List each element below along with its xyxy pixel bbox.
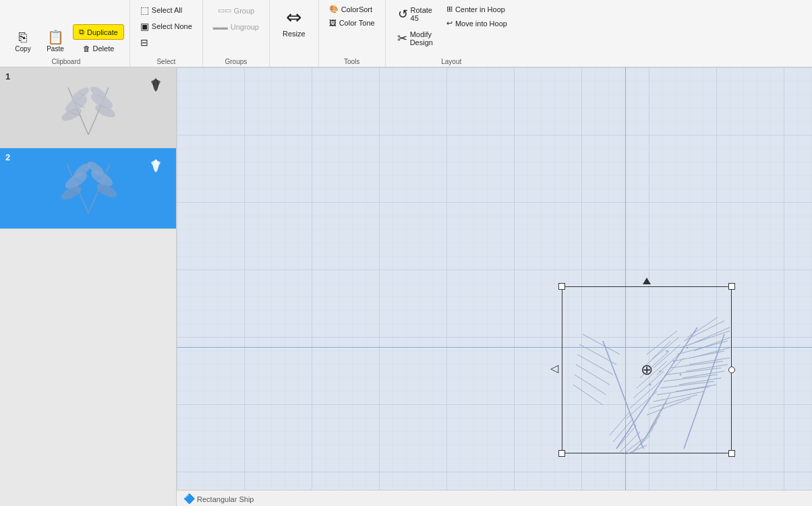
resize-button[interactable]: ⇔ Resize	[275, 3, 313, 51]
color-tone-button[interactable]: 🖼 Color Tone	[324, 17, 380, 29]
select-all-icon: ⬚	[140, 5, 149, 15]
svg-line-42	[689, 358, 730, 365]
main-area: 1	[0, 67, 812, 506]
svg-line-36	[650, 395, 697, 408]
shrink-icon: ⊟	[140, 37, 148, 48]
svg-line-59	[650, 393, 670, 429]
groups-group: ▭▭ Group ▬▬ Ungroup Groups	[203, 0, 270, 67]
status-text: 🔷 Rectangular Ship	[183, 493, 254, 504]
svg-line-62	[577, 354, 613, 375]
svg-line-61	[579, 344, 616, 365]
svg-line-76	[660, 358, 684, 381]
svg-line-56	[640, 415, 660, 445]
ungroup-button[interactable]: ▬▬ Ungroup	[208, 20, 264, 34]
resize-icon: ⇔	[286, 6, 301, 28]
embroidery-preview-1	[41, 74, 136, 141]
svg-line-31	[667, 368, 721, 375]
svg-line-44	[683, 371, 724, 378]
svg-point-80	[680, 374, 681, 375]
rotate-45-button[interactable]: ↺ Rotate 45	[391, 3, 439, 26]
svg-line-63	[576, 365, 610, 385]
handle-top-left[interactable]	[558, 283, 565, 290]
design-item-2[interactable]: 2	[0, 148, 176, 229]
rotate-icon: ↺	[398, 7, 408, 22]
svg-line-34	[657, 387, 709, 395]
handle-top-right[interactable]	[728, 283, 735, 290]
svg-line-70	[630, 381, 660, 408]
select-none-button[interactable]: ▣ Select None	[136, 19, 197, 34]
copy-icon: ⎘	[19, 30, 27, 44]
select-group: ⬚ Select All ▣ Select None ⊟ Select	[130, 0, 203, 67]
canvas-area[interactable]: ◁ ⊕	[177, 67, 812, 506]
canvas-design-container: ◁ ⊕	[551, 276, 740, 458]
sidebar: 1	[0, 67, 177, 506]
design-item-1[interactable]: 1	[0, 67, 176, 148]
duplicate-icon: ⧉	[79, 28, 84, 36]
svg-line-74	[654, 344, 680, 368]
select-none-icon: ▣	[140, 21, 149, 32]
svg-point-77	[666, 350, 668, 352]
modify-design-button[interactable]: ✂ Modify Design	[391, 27, 439, 50]
modify-icon: ✂	[397, 31, 407, 46]
selection-box: ◁ ⊕	[562, 286, 732, 453]
svg-line-47	[610, 412, 630, 435]
svg-point-78	[673, 360, 674, 362]
status-icon: 🔷	[183, 493, 195, 504]
color-tone-icon: 🖼	[329, 19, 337, 27]
handle-left-arrow[interactable]: ◁	[550, 362, 558, 375]
svg-point-82	[687, 347, 688, 348]
group-button[interactable]: ▭▭ Group	[213, 3, 260, 18]
svg-line-58	[647, 400, 667, 435]
svg-line-23	[616, 327, 697, 449]
ungroup-icon: ▬▬	[213, 23, 228, 31]
svg-line-71	[627, 391, 657, 418]
handle-bottom-left[interactable]	[558, 450, 565, 457]
svg-line-43	[686, 365, 728, 371]
svg-line-60	[583, 334, 620, 354]
color-sort-button[interactable]: 🎨 ColorSort	[324, 3, 380, 15]
delete-icon: 🗑	[83, 44, 90, 53]
shrink-select-button[interactable]: ⊟	[136, 35, 197, 50]
layout-group: ↺ Rotate 45 ✂ Modify Design ⊞ Center in …	[386, 0, 517, 67]
clipboard-group: ⎘ Copy 📋 Paste ⧉ Duplicate 🗑 Delete Clip…	[3, 0, 130, 67]
tools-group: 🎨 ColorSort 🖼 Color Tone Tools	[319, 0, 386, 67]
handle-bottom-right[interactable]	[728, 450, 735, 457]
duplicate-button[interactable]: ⧉ Duplicate	[73, 24, 124, 40]
svg-line-37	[647, 398, 691, 415]
paste-icon: 📋	[47, 30, 64, 44]
center-hoop-icon: ⊞	[446, 5, 453, 13]
svg-point-79	[660, 371, 661, 372]
svg-line-65	[573, 385, 603, 405]
svg-line-45	[679, 378, 721, 385]
paste-button[interactable]: 📋 Paste	[40, 27, 70, 56]
copy-button[interactable]: ⎘ Copy	[8, 27, 38, 56]
svg-line-26	[684, 321, 724, 341]
move-hoop-icon: ↩	[446, 19, 453, 28]
select-all-button[interactable]: ⬚ Select All	[136, 3, 197, 18]
toolbar: ⎘ Copy 📋 Paste ⧉ Duplicate 🗑 Delete Clip…	[0, 0, 812, 67]
svg-point-81	[649, 384, 651, 385]
svg-line-52	[627, 445, 647, 454]
embroidery-preview-2	[41, 155, 136, 222]
handle-mid-right[interactable]	[728, 367, 735, 373]
color-sort-icon: 🎨	[329, 5, 339, 13]
move-into-hoop-button[interactable]: ↩ Move into Hoop	[442, 17, 512, 30]
center-in-hoop-button[interactable]: ⊞ Center in Hoop	[442, 3, 512, 15]
resize-group: ⇔ Resize	[270, 0, 319, 67]
svg-line-32	[664, 375, 718, 381]
delete-button[interactable]: 🗑 Delete	[73, 41, 124, 56]
handle-top-mid[interactable]	[643, 278, 651, 284]
svg-line-64	[575, 375, 606, 395]
group-icon: ▭▭	[218, 6, 231, 15]
status-bar: 🔷 Rectangular Ship	[177, 490, 812, 506]
move-handle[interactable]: ⊕	[641, 361, 653, 379]
